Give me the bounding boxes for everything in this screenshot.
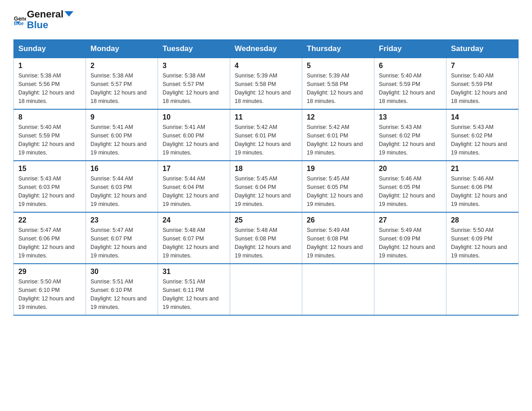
day-info: Sunrise: 5:47 AMSunset: 6:07 PMDaylight:…: [90, 226, 153, 260]
day-cell-19: 19Sunrise: 5:45 AMSunset: 6:05 PMDayligh…: [302, 161, 374, 212]
week-row-3: 15Sunrise: 5:43 AMSunset: 6:03 PMDayligh…: [14, 161, 519, 212]
day-number: 25: [235, 216, 297, 224]
day-cell-9: 9Sunrise: 5:41 AMSunset: 6:00 PMDaylight…: [86, 109, 158, 161]
day-number: 16: [90, 165, 153, 173]
day-number: 9: [90, 113, 153, 121]
day-cell-28: 28Sunrise: 5:50 AMSunset: 6:09 PMDayligh…: [446, 212, 519, 264]
day-number: 29: [18, 268, 81, 276]
day-number: 7: [451, 62, 514, 70]
day-number: 5: [307, 62, 369, 70]
day-info: Sunrise: 5:48 AMSunset: 6:07 PMDaylight:…: [163, 226, 225, 260]
day-cell-14: 14Sunrise: 5:43 AMSunset: 6:02 PMDayligh…: [446, 109, 519, 161]
day-number: 14: [451, 113, 514, 121]
day-info: Sunrise: 5:43 AMSunset: 6:02 PMDaylight:…: [379, 123, 442, 157]
day-number: 17: [163, 165, 225, 173]
day-cell-13: 13Sunrise: 5:43 AMSunset: 6:02 PMDayligh…: [374, 109, 446, 161]
day-number: 8: [18, 113, 81, 121]
logo-blue: Blue: [27, 20, 73, 30]
day-cell-23: 23Sunrise: 5:47 AMSunset: 6:07 PMDayligh…: [86, 212, 158, 264]
header-tuesday: Tuesday: [158, 40, 230, 58]
empty-cell: [446, 264, 519, 315]
day-info: Sunrise: 5:39 AMSunset: 5:58 PMDaylight:…: [307, 72, 369, 105]
empty-cell: [302, 264, 374, 315]
empty-cell: [374, 264, 446, 315]
day-info: Sunrise: 5:41 AMSunset: 6:00 PMDaylight:…: [90, 123, 153, 157]
day-cell-20: 20Sunrise: 5:46 AMSunset: 6:05 PMDayligh…: [374, 161, 446, 212]
day-number: 12: [307, 113, 369, 121]
day-info: Sunrise: 5:40 AMSunset: 5:59 PMDaylight:…: [18, 123, 81, 157]
day-info: Sunrise: 5:43 AMSunset: 6:03 PMDaylight:…: [18, 175, 81, 208]
logo-icon: General Blue: [13, 13, 26, 26]
day-number: 13: [379, 113, 442, 121]
day-cell-27: 27Sunrise: 5:49 AMSunset: 6:09 PMDayligh…: [374, 212, 446, 264]
day-info: Sunrise: 5:45 AMSunset: 6:04 PMDaylight:…: [235, 175, 297, 208]
day-info: Sunrise: 5:42 AMSunset: 6:01 PMDaylight:…: [235, 123, 297, 157]
day-cell-18: 18Sunrise: 5:45 AMSunset: 6:04 PMDayligh…: [230, 161, 302, 212]
day-info: Sunrise: 5:47 AMSunset: 6:06 PMDaylight:…: [18, 226, 81, 260]
day-cell-4: 4Sunrise: 5:39 AMSunset: 5:58 PMDaylight…: [230, 58, 302, 110]
day-info: Sunrise: 5:51 AMSunset: 6:10 PMDaylight:…: [90, 278, 153, 311]
day-cell-12: 12Sunrise: 5:42 AMSunset: 6:01 PMDayligh…: [302, 109, 374, 161]
calendar-header: SundayMondayTuesdayWednesdayThursdayFrid…: [14, 40, 519, 58]
day-number: 31: [163, 268, 225, 276]
day-cell-29: 29Sunrise: 5:50 AMSunset: 6:10 PMDayligh…: [14, 264, 86, 315]
week-row-5: 29Sunrise: 5:50 AMSunset: 6:10 PMDayligh…: [14, 264, 519, 315]
day-info: Sunrise: 5:38 AMSunset: 5:57 PMDaylight:…: [163, 72, 225, 105]
day-info: Sunrise: 5:46 AMSunset: 6:05 PMDaylight:…: [379, 175, 442, 208]
header-wednesday: Wednesday: [230, 40, 302, 58]
page-header: General Blue General Blue: [13, 9, 519, 30]
header-monday: Monday: [86, 40, 158, 58]
day-cell-21: 21Sunrise: 5:46 AMSunset: 6:06 PMDayligh…: [446, 161, 519, 212]
day-number: 30: [90, 268, 153, 276]
day-info: Sunrise: 5:48 AMSunset: 6:08 PMDaylight:…: [235, 226, 297, 260]
day-number: 15: [18, 165, 81, 173]
day-number: 2: [90, 62, 153, 70]
day-number: 20: [379, 165, 442, 173]
day-info: Sunrise: 5:40 AMSunset: 5:59 PMDaylight:…: [451, 72, 514, 105]
empty-cell: [230, 264, 302, 315]
week-row-1: 1Sunrise: 5:38 AMSunset: 5:56 PMDaylight…: [14, 58, 519, 110]
day-number: 26: [307, 216, 369, 224]
day-number: 22: [18, 216, 81, 224]
week-row-4: 22Sunrise: 5:47 AMSunset: 6:06 PMDayligh…: [14, 212, 519, 264]
day-number: 21: [451, 165, 514, 173]
day-info: Sunrise: 5:42 AMSunset: 6:01 PMDaylight:…: [307, 123, 369, 157]
day-cell-11: 11Sunrise: 5:42 AMSunset: 6:01 PMDayligh…: [230, 109, 302, 161]
day-cell-5: 5Sunrise: 5:39 AMSunset: 5:58 PMDaylight…: [302, 58, 374, 110]
day-number: 3: [163, 62, 225, 70]
day-number: 19: [307, 165, 369, 173]
day-cell-26: 26Sunrise: 5:49 AMSunset: 6:08 PMDayligh…: [302, 212, 374, 264]
day-number: 1: [18, 62, 81, 70]
day-info: Sunrise: 5:50 AMSunset: 6:09 PMDaylight:…: [451, 226, 514, 260]
day-info: Sunrise: 5:39 AMSunset: 5:58 PMDaylight:…: [235, 72, 297, 105]
calendar-table: SundayMondayTuesdayWednesdayThursdayFrid…: [13, 39, 519, 316]
day-number: 4: [235, 62, 297, 70]
week-row-2: 8Sunrise: 5:40 AMSunset: 5:59 PMDaylight…: [14, 109, 519, 161]
logo: General Blue General Blue: [13, 9, 73, 30]
logo-general: General: [27, 9, 73, 20]
day-info: Sunrise: 5:49 AMSunset: 6:09 PMDaylight:…: [379, 226, 442, 260]
day-info: Sunrise: 5:46 AMSunset: 6:06 PMDaylight:…: [451, 175, 514, 208]
day-number: 11: [235, 113, 297, 121]
day-info: Sunrise: 5:40 AMSunset: 5:59 PMDaylight:…: [379, 72, 442, 105]
day-info: Sunrise: 5:38 AMSunset: 5:57 PMDaylight:…: [90, 72, 153, 105]
header-row: SundayMondayTuesdayWednesdayThursdayFrid…: [14, 40, 519, 58]
day-cell-22: 22Sunrise: 5:47 AMSunset: 6:06 PMDayligh…: [14, 212, 86, 264]
day-info: Sunrise: 5:51 AMSunset: 6:11 PMDaylight:…: [163, 278, 225, 311]
day-info: Sunrise: 5:50 AMSunset: 6:10 PMDaylight:…: [18, 278, 81, 311]
day-cell-7: 7Sunrise: 5:40 AMSunset: 5:59 PMDaylight…: [446, 58, 519, 110]
day-number: 23: [90, 216, 153, 224]
day-info: Sunrise: 5:45 AMSunset: 6:05 PMDaylight:…: [307, 175, 369, 208]
svg-text:Blue: Blue: [14, 21, 24, 26]
header-sunday: Sunday: [14, 40, 86, 58]
day-number: 28: [451, 216, 514, 224]
day-number: 27: [379, 216, 442, 224]
day-number: 24: [163, 216, 225, 224]
day-cell-2: 2Sunrise: 5:38 AMSunset: 5:57 PMDaylight…: [86, 58, 158, 110]
day-cell-15: 15Sunrise: 5:43 AMSunset: 6:03 PMDayligh…: [14, 161, 86, 212]
day-info: Sunrise: 5:44 AMSunset: 6:03 PMDaylight:…: [90, 175, 153, 208]
day-number: 6: [379, 62, 442, 70]
day-info: Sunrise: 5:49 AMSunset: 6:08 PMDaylight:…: [307, 226, 369, 260]
day-info: Sunrise: 5:44 AMSunset: 6:04 PMDaylight:…: [163, 175, 225, 208]
day-cell-17: 17Sunrise: 5:44 AMSunset: 6:04 PMDayligh…: [158, 161, 230, 212]
